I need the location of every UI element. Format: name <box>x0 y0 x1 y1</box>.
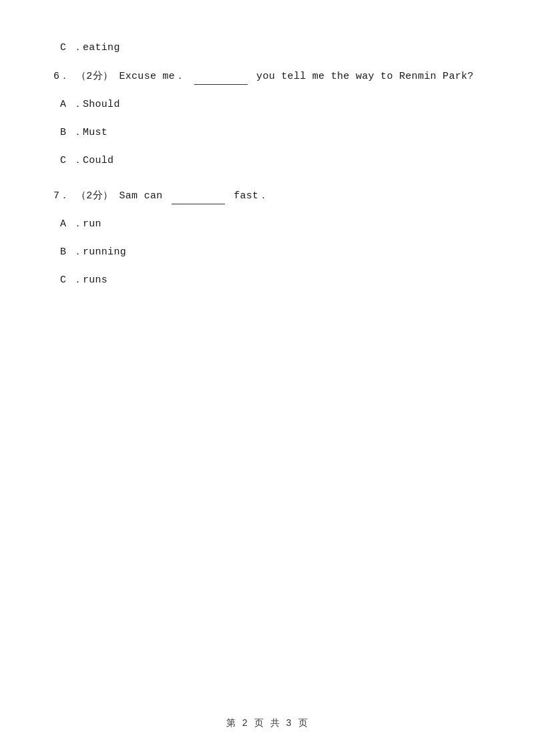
q7-option-a-text: run <box>83 218 101 230</box>
q7-option-a: A ．run <box>53 216 481 232</box>
option-text: eating <box>83 42 120 53</box>
q7-points: （2分） <box>76 190 113 202</box>
q6-option-a-label: A ． <box>60 99 83 110</box>
q7-option-b-label: B ． <box>60 246 83 258</box>
page-footer: 第 2 页 共 3 页 <box>0 717 534 729</box>
q7-option-a-label: A ． <box>60 218 83 230</box>
question-7-text: 7． （2分） Sam can fast． <box>53 188 481 204</box>
q6-blank <box>194 68 248 85</box>
footer-text: 第 2 页 共 3 页 <box>226 718 308 729</box>
q7-option-c: C ．runs <box>53 272 481 289</box>
q6-option-c-label: C ． <box>60 155 83 166</box>
q6-points: （2分） <box>76 71 113 82</box>
q6-option-b-label: B ． <box>60 127 83 138</box>
q6-text-before: Excuse me． <box>119 71 185 82</box>
q7-option-b-text: running <box>83 246 126 258</box>
q7-option-b: B ．running <box>53 244 481 260</box>
q7-blank <box>172 188 225 204</box>
q6-option-a-text: Should <box>83 99 120 110</box>
q6-option-c-text: Could <box>83 155 114 166</box>
q6-option-a: A ．Should <box>53 97 481 113</box>
q7-text-after: fast． <box>234 190 269 202</box>
q6-text-after: you tell me the way to Renmin Park? <box>256 71 474 82</box>
question-7: 7． （2分） Sam can fast． A ．run B ．running … <box>53 188 481 289</box>
q6-option-b-text: Must <box>83 127 107 138</box>
q6-option-c: C ．Could <box>53 153 481 169</box>
question-6: 6． （2分） Excuse me． you tell me the way t… <box>53 68 481 169</box>
q6-option-b: B ．Must <box>53 125 481 141</box>
q6-number: 6． <box>53 71 70 82</box>
option-label: C ． <box>60 42 83 53</box>
question-6-text: 6． （2分） Excuse me． you tell me the way t… <box>53 68 481 85</box>
option-c-eating: C ．eating <box>53 40 481 56</box>
q7-number: 7． <box>53 190 70 202</box>
page: C ．eating 6． （2分） Excuse me． you tell me… <box>0 0 534 756</box>
q7-option-c-text: runs <box>83 274 107 286</box>
q7-text-before: Sam can <box>119 190 162 202</box>
q7-option-c-label: C ． <box>60 274 83 286</box>
